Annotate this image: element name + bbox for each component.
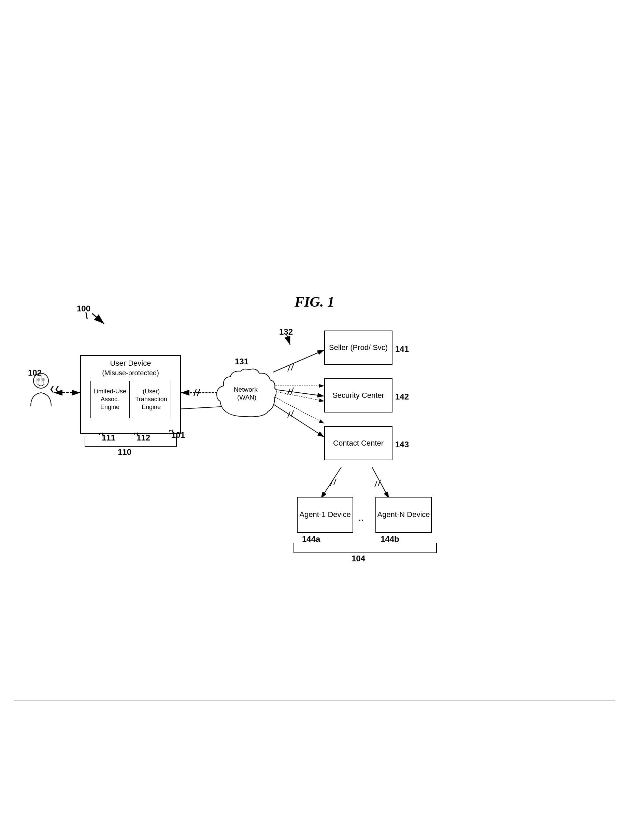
ref-110: 110 [118,447,131,457]
svg-point-31 [37,378,40,381]
svg-line-25 [375,481,377,487]
svg-line-26 [378,480,380,486]
svg-line-13 [288,388,290,395]
svg-line-9 [273,350,324,372]
svg-line-11 [291,364,293,371]
svg-line-19 [273,391,324,401]
user-device-sub: (Misuse-protected) [102,368,159,377]
ref-142: 142 [395,392,409,401]
ref-104: 104 [352,554,365,564]
ref-141: 141 [395,344,409,354]
limited-use-engine-box: Limited-Use Assoc. Engine [90,381,130,418]
svg-text:Network: Network [234,386,258,393]
fig1-label: FIG. 1 [14,294,615,310]
contact-center-box: Contact Center [324,426,393,460]
ref-132: 132 [279,327,293,337]
svg-line-14 [291,388,293,394]
security-center-box-fig1: Security Center [324,378,393,412]
agent1-box: Agent-1 Device [297,497,353,533]
user-device-box: User Device (Misuse-protected) Limited-U… [80,355,181,434]
ref-143: 143 [395,440,409,449]
svg-line-15 [271,403,324,437]
svg-line-21 [321,467,341,499]
transaction-engine-box: (User) Transaction Engine [132,381,171,418]
figure-1: ❮❮ [14,294,615,696]
svg-line-27 [92,313,104,324]
svg-text:(WAN): (WAN) [237,394,256,401]
svg-line-16 [288,412,290,418]
svg-line-33 [36,377,37,384]
svg-line-23 [334,479,336,485]
ref-144b: 144b [380,534,399,544]
fig1-arrows: ❮❮ [14,294,615,669]
svg-line-10 [288,365,290,371]
seller-box: Seller (Prod/ Svc) [324,330,393,365]
network-wan-cloud: Network (WAN) [215,367,276,422]
svg-line-24 [372,467,389,499]
ref-102-fig1: 102 [28,368,42,378]
svg-line-17 [291,411,293,417]
svg-point-32 [42,378,45,381]
user-device-title: User Device [110,358,151,368]
ref-144a: 144a [302,534,320,544]
svg-line-22 [330,480,333,486]
svg-line-7 [194,389,196,396]
svg-line-20 [273,396,324,423]
agentN-box: Agent-N Device [375,497,432,533]
ref-131-fig1: 131 [235,357,249,366]
svg-line-8 [197,389,200,396]
dotdot-fig1: .. [358,512,364,523]
ref-100: 100 [77,304,90,313]
svg-line-12 [273,389,324,396]
page: ❮❮ [0,0,629,840]
